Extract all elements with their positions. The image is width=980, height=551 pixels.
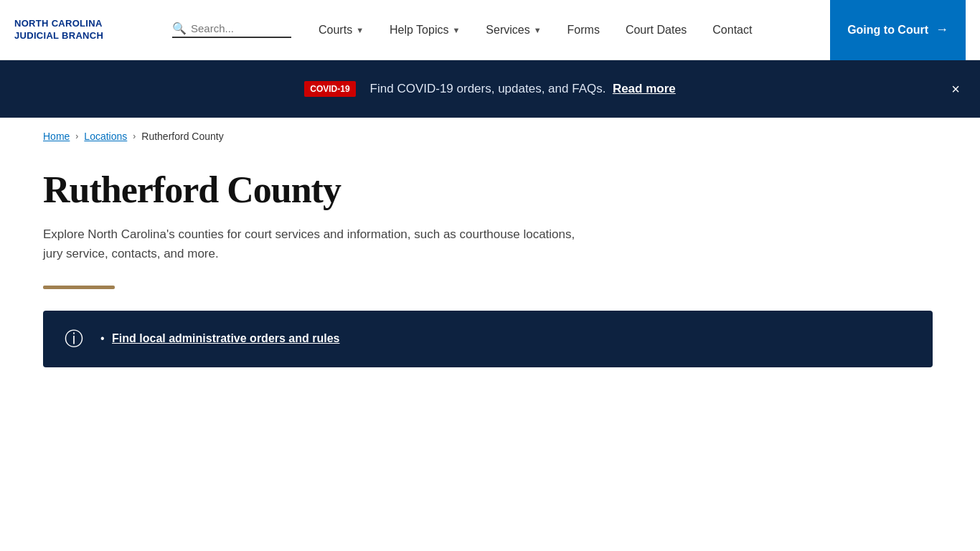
- info-box: ⓘ • Find local administrative orders and…: [43, 311, 933, 367]
- main-nav: Courts ▼ Help Topics ▼ Services ▼ Forms …: [306, 0, 830, 60]
- site-header: NORTH CAROLINA JUDICIAL BRANCH 🔍 Courts …: [0, 0, 980, 60]
- breadcrumb: Home › Locations › Rutherford County: [0, 118, 980, 155]
- breadcrumb-current: Rutherford County: [141, 131, 223, 142]
- breadcrumb-locations[interactable]: Locations: [84, 131, 127, 142]
- info-box-content: • Find local administrative orders and r…: [100, 332, 339, 345]
- chevron-down-icon: ▼: [534, 26, 542, 34]
- site-logo: NORTH CAROLINA JUDICIAL BRANCH: [14, 18, 103, 42]
- going-to-court-button[interactable]: Going to Court →: [830, 0, 966, 60]
- info-icon: ⓘ: [65, 326, 86, 352]
- search-icon: 🔍: [172, 22, 187, 35]
- covid-banner: COVID-19 Find COVID-19 orders, updates, …: [0, 60, 980, 118]
- admin-orders-link[interactable]: Find local administrative orders and rul…: [112, 332, 339, 344]
- close-banner-button[interactable]: ×: [948, 78, 963, 100]
- search-input[interactable]: [191, 22, 291, 34]
- page-description: Explore North Carolina's counties for co…: [43, 225, 588, 263]
- nav-services[interactable]: Services ▼: [473, 0, 554, 60]
- covid-read-more-link[interactable]: Read more: [613, 82, 676, 95]
- covid-text: Find COVID-19 orders, updates, and FAQs.…: [370, 82, 676, 96]
- breadcrumb-home[interactable]: Home: [43, 131, 70, 142]
- breadcrumb-separator-2: ›: [133, 131, 136, 141]
- arrow-right-icon: →: [936, 22, 948, 37]
- nav-forms[interactable]: Forms: [555, 0, 613, 60]
- chevron-down-icon: ▼: [452, 26, 460, 34]
- gold-divider: [43, 286, 115, 289]
- nav-court-dates[interactable]: Court Dates: [613, 0, 699, 60]
- search-area[interactable]: 🔍: [172, 22, 291, 38]
- breadcrumb-separator-1: ›: [75, 131, 78, 141]
- nav-courts[interactable]: Courts ▼: [306, 0, 377, 60]
- main-content: Rutherford County Explore North Carolina…: [0, 155, 980, 396]
- chevron-down-icon: ▼: [356, 26, 364, 34]
- covid-badge: COVID-19: [304, 81, 355, 97]
- nav-contact[interactable]: Contact: [699, 0, 765, 60]
- page-title: Rutherford County: [43, 169, 937, 210]
- bullet-dot: •: [100, 332, 105, 344]
- nav-help-topics[interactable]: Help Topics ▼: [377, 0, 473, 60]
- logo-area[interactable]: NORTH CAROLINA JUDICIAL BRANCH: [14, 18, 165, 42]
